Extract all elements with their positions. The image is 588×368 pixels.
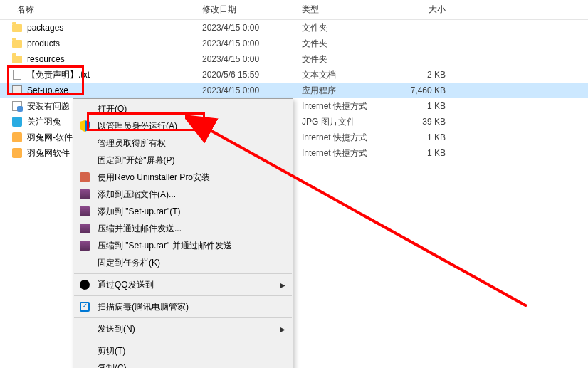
file-name: resources	[27, 54, 196, 64]
file-type: 文件夹	[296, 38, 389, 50]
menu-item-label: 通过QQ发送到	[98, 279, 280, 291]
menu-item-label: 复制(C)	[98, 362, 285, 369]
blank-icon	[78, 256, 92, 270]
file-date: 2023/4/15 0:00	[196, 23, 296, 33]
menu-item[interactable]: 以管理员身份运行(A)	[73, 117, 293, 135]
blank-icon	[78, 153, 92, 167]
context-menu: 打开(O)以管理员身份运行(A)管理员取得所有权固定到"开始"屏幕(P)使用Re…	[73, 98, 293, 368]
file-type: 文本文档	[296, 69, 389, 81]
menu-item-label: 固定到任务栏(K)	[98, 257, 285, 269]
menu-separator	[74, 295, 292, 296]
menu-item-label: 固定到"开始"屏幕(P)	[98, 154, 285, 167]
menu-separator	[74, 340, 292, 340]
file-size: 7,460 KB	[389, 85, 460, 95]
menu-item-label: 发送到(N)	[98, 323, 280, 335]
exe-icon	[11, 85, 23, 96]
menu-separator	[74, 273, 292, 274]
menu-item[interactable]: 添加到压缩文件(A)...	[73, 186, 293, 203]
file-name: products	[27, 38, 196, 48]
url2-icon	[11, 132, 23, 143]
menu-item[interactable]: 压缩到 "Set-up.rar" 并通过邮件发送	[73, 237, 293, 254]
rar-icon	[78, 221, 92, 236]
file-type: 文件夹	[296, 22, 389, 34]
file-type: JPG 图片文件	[296, 116, 389, 128]
file-type: Internet 快捷方式	[296, 147, 389, 159]
column-date[interactable]: 修改日期	[196, 1, 296, 19]
menu-item[interactable]: 管理员取得所有权	[73, 135, 293, 152]
menu-item-label: 添加到压缩文件(A)...	[98, 189, 285, 201]
scan-icon	[78, 300, 92, 314]
file-date: 2023/4/15 0:00	[196, 54, 296, 64]
menu-item-label: 压缩并通过邮件发送...	[98, 223, 285, 235]
column-type[interactable]: 类型	[296, 1, 389, 19]
folder-icon	[11, 53, 23, 65]
folder-icon	[11, 22, 23, 33]
menu-item[interactable]: 压缩并通过邮件发送...	[73, 220, 293, 237]
menu-item[interactable]: 发送到(N)▶	[73, 320, 293, 337]
txt-icon	[11, 69, 23, 80]
url2-icon	[11, 147, 23, 159]
rar-icon	[78, 187, 92, 201]
shield-icon	[78, 119, 92, 133]
file-row[interactable]: packages2023/4/15 0:00文件夹	[0, 20, 588, 36]
rar-icon	[78, 204, 92, 219]
file-row[interactable]: Set-up.exe2023/4/15 0:00应用程序7,460 KB	[0, 83, 588, 98]
file-row[interactable]: products2023/4/15 0:00文件夹	[0, 36, 588, 51]
menu-item-label: 打开(O)	[98, 103, 285, 115]
menu-separator	[74, 317, 292, 318]
rar-icon	[78, 238, 92, 253]
file-row[interactable]: 【免责声明】.txt2020/5/6 15:59文本文档2 KB	[0, 67, 588, 83]
menu-item[interactable]: 固定到"开始"屏幕(P)	[73, 152, 293, 169]
column-header-row: 名称 修改日期 类型 大小	[0, 0, 588, 20]
blank-icon	[78, 322, 92, 336]
menu-item[interactable]: 通过QQ发送到▶	[73, 276, 293, 293]
file-type: Internet 快捷方式	[296, 100, 389, 112]
file-type: 应用程序	[296, 85, 389, 97]
menu-item[interactable]: 扫描病毒(腾讯电脑管家)	[73, 298, 293, 315]
file-date: 2020/5/6 15:59	[196, 70, 296, 80]
file-size: 2 KB	[389, 70, 460, 80]
file-name: Set-up.exe	[27, 85, 196, 95]
file-size: 1 KB	[389, 101, 460, 111]
jpg-icon	[11, 116, 23, 127]
menu-item[interactable]: 添加到 "Set-up.rar"(T)	[73, 203, 293, 220]
menu-item[interactable]: 使用Revo Uninstaller Pro安装	[73, 169, 293, 186]
menu-item-label: 剪切(T)	[98, 345, 285, 357]
file-size: 39 KB	[389, 117, 460, 127]
menu-item-label: 添加到 "Set-up.rar"(T)	[98, 206, 285, 218]
menu-item-label: 使用Revo Uninstaller Pro安装	[98, 172, 285, 184]
menu-item-label: 以管理员身份运行(A)	[98, 120, 285, 132]
file-name: 【免责声明】.txt	[27, 69, 196, 81]
column-name[interactable]: 名称	[11, 1, 196, 19]
folder-icon	[11, 38, 23, 49]
menu-item[interactable]: 打开(O)	[73, 100, 293, 117]
blank-icon	[78, 361, 92, 368]
menu-item-label: 压缩到 "Set-up.rar" 并通过邮件发送	[98, 240, 285, 252]
file-name: packages	[27, 23, 196, 33]
menu-item[interactable]: 固定到任务栏(K)	[73, 254, 293, 271]
file-size: 1 KB	[389, 132, 460, 142]
file-type: 文件夹	[296, 53, 389, 65]
submenu-arrow-icon: ▶	[280, 325, 285, 333]
file-date: 2023/4/15 0:00	[196, 38, 296, 48]
revo-icon	[78, 170, 92, 184]
blank-icon	[78, 344, 92, 358]
menu-item[interactable]: 复制(C)	[73, 359, 293, 368]
file-date: 2023/4/15 0:00	[196, 85, 296, 95]
menu-item-label: 管理员取得所有权	[98, 137, 285, 149]
blank-icon	[78, 136, 92, 150]
url-icon	[11, 100, 23, 112]
menu-item[interactable]: 剪切(T)	[73, 342, 293, 359]
submenu-arrow-icon: ▶	[280, 281, 285, 289]
file-type: Internet 快捷方式	[296, 132, 389, 144]
column-size[interactable]: 大小	[389, 1, 460, 19]
file-row[interactable]: resources2023/4/15 0:00文件夹	[0, 51, 588, 67]
file-size: 1 KB	[389, 148, 460, 158]
qq-icon	[78, 278, 92, 292]
blank-icon	[78, 102, 92, 116]
menu-item-label: 扫描病毒(腾讯电脑管家)	[98, 301, 285, 313]
